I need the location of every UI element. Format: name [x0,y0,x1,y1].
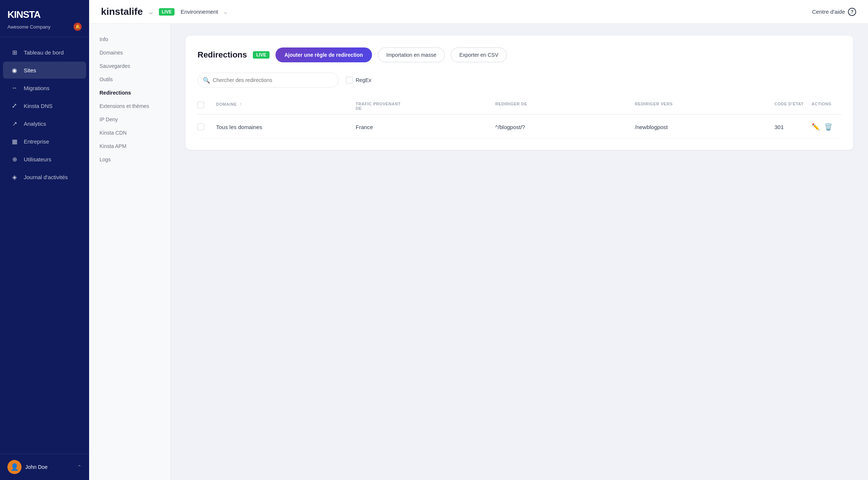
sub-sidebar: InfoDomainesSauvegardesOutilsRedirection… [89,24,171,480]
sub-nav-item-redirections[interactable]: Redirections [89,86,170,99]
sub-nav-item-info[interactable]: Info [89,33,170,46]
col-rediriger-vers: REDIRIGER VERS [635,102,774,111]
content-area: InfoDomainesSauvegardesOutilsRedirection… [89,24,868,480]
search-wrapper: 🔍 [198,73,339,88]
regex-label: RegEx [356,77,371,83]
nav-label-entreprise: Entreprise [24,138,49,145]
redirections-header: Redirections LIVE Ajouter une règle de r… [198,47,841,62]
nav-icon-tableau: ⊞ [10,48,19,56]
row-rediriger-vers: /newblogpost [635,124,774,130]
nav-icon-entreprise: ▦ [10,137,19,145]
col-code-etat: CODE D'ÉTAT [774,102,812,111]
col-trafic: TRAFIC PROVENANTDE [356,102,495,111]
sub-nav-item-domaines[interactable]: Domaines [89,46,170,59]
row-rediriger-de: ^/blogpost/? [495,124,635,130]
nav-icon-sites: ◉ [10,66,19,74]
edit-icon[interactable]: ✏️ [812,123,820,131]
sidebar-item-entreprise[interactable]: ▦Entreprise [3,133,86,150]
regex-row: RegEx [346,77,371,83]
nav-icon-utilisateurs: ⊕ [10,155,19,163]
nav-icon-analytics: ↗ [10,119,19,128]
col-checkbox [198,102,216,111]
sort-arrow-domaine: ↑ [239,102,242,107]
table-header: DOMAINE ↑ TRAFIC PROVENANTDE REDIRIGER D… [198,98,841,115]
sidebar-item-utilisateurs[interactable]: ⊕Utilisateurs [3,151,86,168]
sidebar-item-dns[interactable]: ⑇Kinsta DNS [3,97,86,114]
row-checkbox [198,124,216,130]
nav-label-utilisateurs: Utilisateurs [24,156,51,162]
col-actions: ACTIONS [812,102,841,111]
topbar-right: Centre d'aide ? [812,8,856,16]
nav-label-sites: Sites [24,67,36,73]
add-redirect-button[interactable]: Ajouter une règle de redirection [275,47,372,62]
redirections-card: Redirections LIVE Ajouter une règle de r… [186,36,853,150]
sidebar-footer: 👤 John Doe ⌃ [0,454,89,480]
logo: KINSTA [7,9,82,20]
row-domaine: Tous les domaines [216,124,356,130]
search-row: 🔍 RegEx [198,73,841,88]
search-icon: 🔍 [203,77,210,84]
export-csv-button[interactable]: Exporter en CSV [451,47,507,62]
help-label: Centre d'aide [812,9,845,15]
row-trafic: France [356,124,495,130]
sidebar-header: KINSTA Awesome Company 🔔 [0,0,89,37]
page-title: Redirections [198,50,247,60]
sub-nav-item-logs[interactable]: Logs [89,153,170,166]
footer-username: John Doe [25,464,74,470]
redirections-table: DOMAINE ↑ TRAFIC PROVENANTDE REDIRIGER D… [198,98,841,138]
col-domaine: DOMAINE ↑ [216,102,356,111]
import-button[interactable]: Importation en masse [378,47,445,62]
sidebar: KINSTA Awesome Company 🔔 ⊞Tableau de bor… [0,0,89,480]
nav-icon-dns: ⑇ [10,102,19,110]
nav-label-analytics: Analytics [24,121,46,127]
table-row: Tous les domaines France ^/blogpost/? /n… [198,116,841,138]
env-dropdown-icon[interactable]: ⌵ [224,9,227,15]
sidebar-item-migrations[interactable]: ↔Migrations [3,79,86,96]
company-name: Awesome Company [7,24,50,30]
topbar: kinstalife ⌵ LIVE Environnement ⌵ Centre… [89,0,868,24]
nav-label-migrations: Migrations [24,85,49,91]
sub-nav-item-extensions[interactable]: Extensions et thèmes [89,99,170,113]
sub-nav-item-ip_deny[interactable]: IP Deny [89,113,170,126]
footer-chevron-icon[interactable]: ⌃ [77,464,82,470]
select-all-checkbox[interactable] [198,102,204,108]
help-icon[interactable]: ? [848,8,856,16]
nav-icon-journal: ◈ [10,173,19,181]
search-input[interactable] [198,73,339,88]
page-content: Redirections LIVE Ajouter une règle de r… [171,24,868,480]
sub-nav-item-kinsta_cdn[interactable]: Kinsta CDN [89,126,170,139]
delete-icon[interactable]: 🗑️ [824,123,832,131]
row-select-checkbox[interactable] [198,124,204,130]
notification-bell[interactable]: 🔔 [74,23,82,31]
nav-label-journal: Journal d'activités [24,174,68,180]
live-badge-topbar: LIVE [159,8,175,16]
nav-label-tableau: Tableau de bord [24,49,64,56]
site-dropdown-icon[interactable]: ⌵ [149,8,153,16]
nav-label-dns: Kinsta DNS [24,103,53,109]
avatar: 👤 [7,460,22,474]
company-row: Awesome Company 🔔 [7,23,82,31]
main-area: kinstalife ⌵ LIVE Environnement ⌵ Centre… [89,0,868,480]
col-rediriger-de: REDIRIGER DE [495,102,635,111]
table-body: Tous les domaines France ^/blogpost/? /n… [198,116,841,138]
sidebar-item-analytics[interactable]: ↗Analytics [3,115,86,132]
nav-icon-migrations: ↔ [10,84,19,92]
live-badge-page: LIVE [253,51,270,59]
sub-nav-item-outils[interactable]: Outils [89,73,170,86]
site-title: kinstalife [101,6,143,17]
sub-nav-item-kinsta_apm[interactable]: Kinsta APM [89,139,170,153]
regex-checkbox[interactable] [346,77,353,83]
sub-nav-item-sauvegardes[interactable]: Sauvegardes [89,59,170,73]
row-code: 301 [774,124,812,130]
env-label: Environnement [180,9,218,15]
sidebar-nav: ⊞Tableau de bord◉Sites↔Migrations⑇Kinsta… [0,37,89,454]
sidebar-item-tableau[interactable]: ⊞Tableau de bord [3,44,86,61]
sidebar-item-journal[interactable]: ◈Journal d'activités [3,168,86,185]
row-actions: ✏️ 🗑️ [812,123,841,131]
sidebar-item-sites[interactable]: ◉Sites [3,62,86,79]
